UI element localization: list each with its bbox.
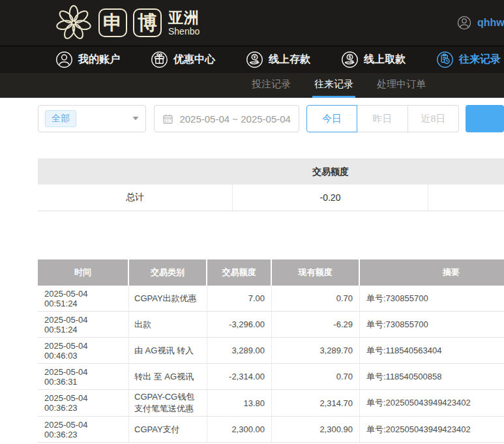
cell-time: 2025-05-04 00:46:03	[38, 338, 129, 363]
cell-type: 由 AG视讯 转入	[129, 338, 207, 363]
svg-text:¥: ¥	[254, 55, 256, 59]
summary-total-value: -0.20	[233, 185, 428, 211]
last-8-days-button[interactable]: 近8日	[408, 105, 459, 132]
nav-item-label: 我的账户	[78, 53, 120, 67]
cell-amount: 13.80	[207, 390, 272, 416]
cell-type: 转出 至 AG视讯	[129, 364, 207, 389]
cell-time: 2025-05-04 00:51:24	[38, 312, 129, 337]
nav-item-label: 线上存款	[269, 53, 310, 67]
col-header-amount: 交易额度	[207, 259, 272, 286]
deposit-icon: ¥	[246, 51, 263, 68]
transaction-records-page: { "brand": { "box_char_1": "申", "box_cha…	[0, 0, 504, 444]
subnav: 投注记录 往来记录 处理中订单	[0, 73, 504, 98]
summary-header-label: 交易额度	[233, 158, 428, 185]
cell-amount: -3,296.00	[207, 312, 272, 337]
cell-time: 2025-05-04 00:36:23	[38, 390, 129, 416]
date-range-value: 2025-05-04 ~ 2025-05-04	[179, 113, 291, 125]
user-account-chip[interactable]: qhhw	[457, 0, 504, 46]
cell-time: 2025-05-04 00:36:23	[38, 417, 129, 442]
gift-icon	[151, 51, 168, 68]
table-row: 2025-05-04 00:36:23 CGPAY支付 2,300.00 2,3…	[38, 417, 504, 443]
cell-type: CGPAY-CG钱包支付笔笔送优惠	[129, 390, 207, 416]
nav-item-withdraw[interactable]: $ 线上取款	[341, 51, 406, 68]
username: qhhw	[477, 17, 504, 29]
table-row: 2025-05-04 00:46:03 由 AG视讯 转入 3,289.00 3…	[38, 338, 504, 364]
cell-amount: 2,300.00	[207, 417, 272, 442]
cell-balance: 0.70	[272, 286, 360, 311]
tab-betting-records[interactable]: 投注记录	[250, 73, 293, 98]
tab-transaction-records[interactable]: 往来记录	[312, 73, 355, 98]
nav-item-transaction-records[interactable]: 往来记录	[436, 51, 501, 68]
nav-item-label: 往来记录	[459, 53, 501, 67]
nav-item-label: 线上取款	[364, 53, 406, 67]
tab-processing-orders[interactable]: 处理中订单	[375, 73, 428, 98]
brand-region-cn: 亚洲	[168, 10, 200, 25]
app-header: 申 博 亚洲 Shenbo qhhw	[0, 0, 504, 46]
cell-summary: 单号:730855700	[360, 286, 504, 311]
records-table: 时间 交易类别 交易额度 现有额度 摘要 2025-05-04 00:51:24…	[38, 259, 504, 443]
cell-time: 2025-05-04 00:51:24	[38, 286, 129, 311]
brand-logo: 申 博 亚洲 Shenbo	[55, 4, 200, 42]
user-avatar-icon	[457, 16, 471, 30]
summary-total-row: 总计 -0.20	[38, 185, 504, 211]
cell-type: CGPAY出款优惠	[129, 286, 207, 311]
user-icon	[55, 51, 73, 68]
cell-type: 出款	[129, 312, 207, 337]
flower-logo-icon	[55, 4, 93, 42]
category-select[interactable]: 全部	[38, 105, 146, 132]
search-submit-button[interactable]	[466, 105, 504, 132]
today-button[interactable]: 今日	[306, 105, 357, 132]
yesterday-button[interactable]: 昨日	[357, 105, 408, 132]
records-table-header: 时间 交易类别 交易额度 现有额度 摘要	[38, 259, 504, 286]
cell-summary: 单号:118540563404	[360, 338, 504, 363]
col-header-time: 时间	[38, 259, 129, 286]
brand-region-en: Shenbo	[168, 27, 200, 37]
cell-amount: -2,314.00	[207, 364, 272, 389]
nav-item-promotions[interactable]: 优惠中心	[151, 51, 215, 68]
svg-text:$: $	[349, 55, 351, 60]
filter-bar: 全部 2025-05-04 ~ 2025-05-04 今日 昨日 近8日	[38, 105, 504, 132]
cell-balance: 2,314.70	[272, 390, 360, 416]
cell-amount: 7.00	[207, 286, 272, 311]
col-header-type: 交易类别	[129, 259, 207, 286]
brand-char-2: 博	[138, 10, 157, 37]
category-selected-tag: 全部	[45, 110, 76, 127]
cell-type: CGPAY支付	[129, 417, 207, 442]
cell-summary: 单号:202505043949423402	[360, 417, 504, 442]
cell-balance: 0.70	[272, 364, 360, 389]
table-row: 2025-05-04 00:36:31 转出 至 AG视讯 -2,314.00 …	[38, 364, 504, 390]
date-range-picker[interactable]: 2025-05-04 ~ 2025-05-04	[154, 105, 299, 132]
summary-table-header: 交易额度	[38, 158, 504, 185]
summary-table: 交易额度 总计 -0.20	[38, 158, 504, 211]
brand-char-1: 申	[103, 10, 123, 37]
summary-empty-cell	[428, 185, 504, 211]
records-icon	[436, 51, 454, 68]
quick-date-buttons: 今日 昨日 近8日	[306, 105, 459, 132]
cell-balance: 2,300.90	[272, 417, 360, 442]
chevron-down-icon	[132, 117, 139, 121]
cell-summary: 单号:202505043949423402	[360, 390, 504, 416]
calendar-icon	[162, 113, 173, 125]
table-row: 2025-05-04 00:36:23 CGPAY-CG钱包支付笔笔送优惠 13…	[38, 390, 504, 417]
brand-region: 亚洲 Shenbo	[168, 10, 200, 37]
table-row: 2025-05-04 00:51:24 出款 -3,296.00 -6.29 单…	[38, 312, 504, 338]
col-header-summary: 摘要	[360, 259, 504, 286]
cell-amount: 3,289.00	[207, 338, 272, 363]
withdraw-icon: $	[341, 51, 359, 68]
brand-char-box-1: 申	[98, 8, 127, 37]
cell-summary: 单号:730855700	[360, 312, 504, 337]
cell-balance: -6.29	[272, 312, 360, 337]
cell-time: 2025-05-04 00:36:31	[38, 364, 129, 389]
cell-summary: 单号:118540500858	[360, 364, 504, 389]
summary-total-label: 总计	[38, 185, 233, 211]
nav-item-deposit[interactable]: ¥ 线上存款	[246, 51, 310, 68]
cell-balance: 3,289.70	[272, 338, 360, 363]
nav-item-label: 优惠中心	[173, 53, 215, 67]
col-header-balance: 现有额度	[272, 259, 360, 286]
main-nav: 我的账户 优惠中心 ¥ 线上存款 $ 线上取款	[0, 46, 504, 73]
brand-char-box-2: 博	[133, 8, 162, 37]
nav-item-my-account[interactable]: 我的账户	[55, 51, 120, 68]
table-row: 2025-05-04 00:51:24 CGPAY出款优惠 7.00 0.70 …	[38, 286, 504, 312]
